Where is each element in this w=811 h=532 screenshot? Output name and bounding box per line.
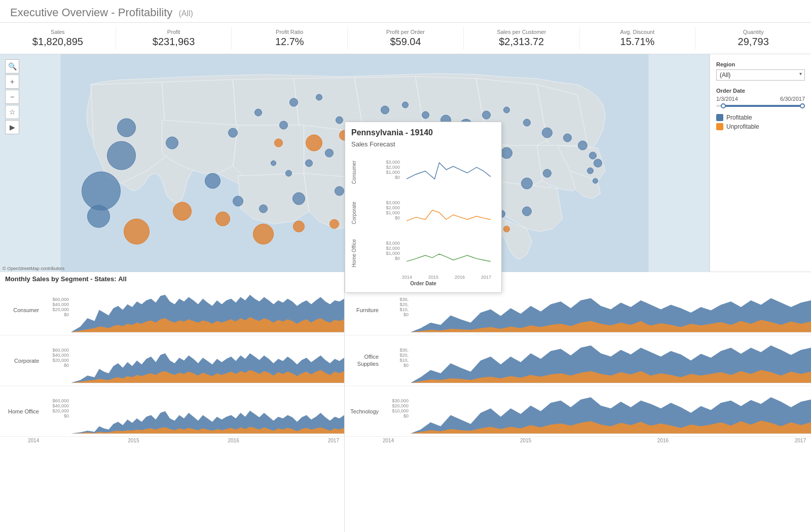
bubble[interactable]: [402, 102, 409, 108]
left-chart-title: Monthly Sales by Segment - States: All: [0, 275, 344, 285]
bubble-unprofitable[interactable]: [306, 135, 322, 151]
bubble[interactable]: [593, 178, 598, 183]
map-play-btn[interactable]: ▶: [5, 120, 19, 134]
furniture-y-axis: $30,$20,$10,$0: [383, 294, 411, 325]
profitable-icon: [716, 114, 723, 121]
bubble[interactable]: [293, 193, 305, 205]
bubble[interactable]: [336, 117, 343, 124]
bubble-unprofitable[interactable]: [330, 219, 339, 229]
bubble-unprofitable[interactable]: [504, 226, 510, 232]
bubble[interactable]: [118, 119, 136, 137]
bubble[interactable]: [306, 160, 313, 167]
bubble[interactable]: [578, 141, 587, 150]
bubble[interactable]: [523, 207, 532, 216]
tooltip-consumer-row: Consumer $3,000$2,000$1,000$0: [351, 152, 495, 193]
bubble[interactable]: [88, 205, 110, 227]
tooltip-consumer-label: Consumer: [351, 161, 382, 184]
bubble[interactable]: [501, 147, 512, 159]
bubble[interactable]: [260, 205, 268, 213]
charts-row: Monthly Sales by Segment - States: All C…: [0, 272, 811, 532]
bubble[interactable]: [543, 169, 551, 177]
region-label: Region: [716, 61, 805, 67]
bubble-unprofitable[interactable]: [253, 224, 274, 244]
bubble[interactable]: [589, 152, 597, 159]
bubble[interactable]: [483, 111, 491, 119]
tooltip-consumer-y-axis: $3,000$2,000$1,000$0: [382, 158, 402, 187]
corporate-label: Corporate: [0, 358, 43, 364]
kpi-profit-ratio: Profit Ratio12.7%: [232, 27, 348, 50]
kpi-value-0: $1,820,895: [5, 36, 110, 48]
corporate-row: Corporate $60,000$40,000$20,000$0: [0, 335, 344, 386]
consumer-label: Consumer: [0, 307, 43, 313]
map-zoom-in-btn[interactable]: +: [5, 74, 19, 89]
bubble[interactable]: [271, 161, 276, 166]
legend-unprofitable: Unprofitable: [716, 123, 805, 130]
bubble[interactable]: [286, 170, 292, 176]
left-chart-state: All: [118, 275, 127, 283]
map-star-btn[interactable]: ☆: [5, 105, 19, 119]
bubble[interactable]: [564, 134, 572, 142]
tooltip-chart-area: Consumer $3,000$2,000$1,000$0 Corporate …: [351, 152, 495, 286]
bubble[interactable]: [316, 94, 322, 100]
kpi-profit-per-order: Profit per Order$59.04: [348, 27, 464, 50]
bubble[interactable]: [594, 159, 602, 167]
bubble[interactable]: [166, 137, 178, 149]
technology-row: Technology $30,000$20,000$10,000$0: [345, 386, 811, 437]
corporate-chart: [71, 335, 344, 386]
bubble[interactable]: [107, 141, 136, 170]
home-office-label: Home Office: [0, 408, 43, 414]
bubble[interactable]: [522, 178, 533, 189]
home-office-row: Home Office $60,000$40,000$20,000$0: [0, 386, 344, 437]
kpi-quantity: Quantity29,793: [695, 27, 811, 50]
unprofitable-label: Unprofitable: [726, 123, 759, 130]
title-suffix: (All): [178, 9, 193, 18]
office-supplies-row: OfficeSupplies $30,$20,$10,$0: [345, 335, 811, 386]
bubble[interactable]: [542, 128, 552, 138]
bubble-unprofitable[interactable]: [124, 219, 150, 244]
bubble-unprofitable[interactable]: [293, 221, 305, 232]
map-zoom-out-btn[interactable]: −: [5, 90, 19, 104]
bubble[interactable]: [233, 196, 243, 206]
bubble[interactable]: [335, 186, 344, 196]
tooltip-homeoffice-y-axis: $3,000$2,000$1,000$0: [382, 239, 402, 268]
bubble[interactable]: [524, 119, 531, 126]
bubble-unprofitable[interactable]: [275, 139, 283, 147]
consumer-chart: [71, 285, 344, 335]
page-header: Executive Overview - Profitability (All): [0, 0, 811, 23]
tooltip-title: Pennsylvania - 19140: [351, 128, 495, 137]
kpi-label-5: Avg. Discount: [585, 29, 690, 35]
bubble[interactable]: [229, 128, 238, 137]
bubble[interactable]: [205, 173, 220, 188]
technology-chart: [411, 386, 811, 436]
date-end: 6/30/2017: [780, 96, 805, 102]
page-title: Executive Overview - Profitability (All): [10, 6, 801, 19]
region-select[interactable]: (All): [716, 69, 805, 81]
tooltip-x-axis: 2014201520162017: [351, 274, 495, 280]
bubble[interactable]: [504, 107, 510, 113]
kpi-value-2: 12.7%: [237, 36, 342, 48]
bubble[interactable]: [82, 172, 121, 210]
kpi-value-5: 15.71%: [585, 36, 690, 48]
bubble[interactable]: [422, 111, 429, 119]
date-slider-right-thumb[interactable]: [800, 103, 805, 108]
bubble[interactable]: [280, 121, 288, 129]
bubble[interactable]: [381, 106, 389, 114]
bubble-unprofitable[interactable]: [173, 202, 192, 220]
title-text: Executive Overview - Profitability: [10, 6, 172, 19]
bubble[interactable]: [290, 98, 298, 106]
date-slider-left-thumb[interactable]: [721, 103, 726, 108]
kpi-label-3: Profit per Order: [353, 29, 458, 35]
tooltip-corporate-y-axis: $3,000$2,000$1,000$0: [382, 198, 402, 227]
date-filter: Order Date 1/3/2014 6/30/2017: [716, 88, 805, 107]
kpi-label-0: Sales: [5, 29, 110, 35]
tooltip-x-label: Order Date: [351, 281, 495, 286]
bubble[interactable]: [587, 168, 594, 174]
tooltip-corporate-label: Corporate: [351, 202, 382, 224]
kpi-sales: Sales$1,820,895: [0, 27, 116, 50]
bubble[interactable]: [255, 109, 262, 116]
bubble-unprofitable[interactable]: [216, 212, 230, 226]
bubble[interactable]: [325, 149, 334, 157]
date-slider-track[interactable]: [716, 105, 805, 107]
office-supplies-y-axis: $30,$20,$10,$0: [383, 345, 411, 376]
map-search-btn[interactable]: 🔍: [5, 59, 19, 73]
